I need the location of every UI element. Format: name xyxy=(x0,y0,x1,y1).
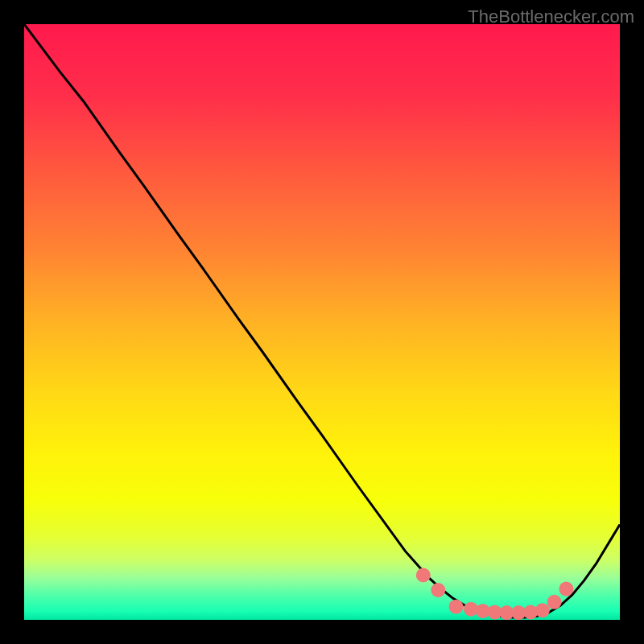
marker-dot xyxy=(431,583,445,597)
marker-dot xyxy=(547,595,562,609)
chart-plot-area xyxy=(24,24,620,620)
marker-dot xyxy=(416,568,431,583)
chart-background xyxy=(24,24,620,620)
marker-dot xyxy=(535,603,550,617)
marker-dot xyxy=(449,600,464,614)
chart-svg xyxy=(24,24,620,620)
watermark-text: TheBottlenecker.com xyxy=(468,6,634,27)
marker-dot xyxy=(559,582,573,597)
